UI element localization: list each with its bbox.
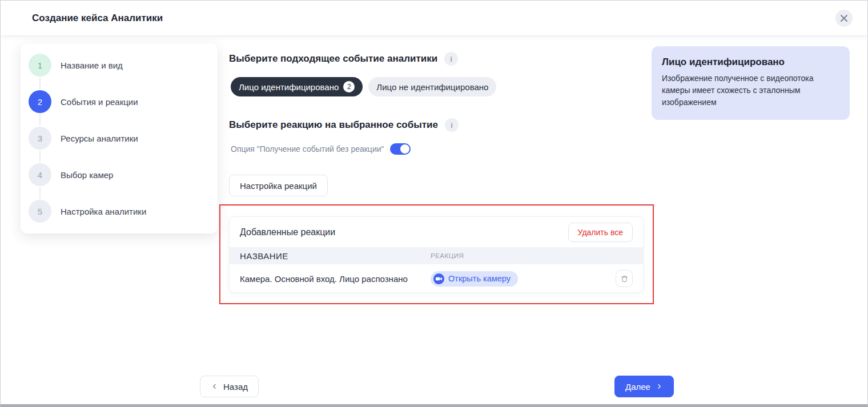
- close-icon: [840, 14, 848, 22]
- chip-face-not-identified[interactable]: Лицо не идентифицировано: [368, 77, 496, 96]
- info-icon[interactable]: i: [444, 52, 458, 66]
- open-camera-reaction-chip[interactable]: Открыть камеру: [431, 271, 518, 287]
- chevron-right-icon: [655, 382, 663, 390]
- step-number: 4: [29, 163, 51, 186]
- step-label: Ресурсы аналитики: [61, 134, 138, 143]
- step-camera-selection[interactable]: 4 Выбор камер: [29, 163, 208, 186]
- close-button[interactable]: [835, 10, 853, 27]
- event-section-title: Выберите подходящее событие аналитики i: [229, 52, 458, 66]
- step-events-and-reactions[interactable]: 2 События и реакции: [29, 90, 208, 113]
- reaction-chip-label: Открыть камеру: [448, 274, 511, 283]
- column-header-name: НАЗВАНИЕ: [240, 251, 431, 261]
- next-button[interactable]: Далее: [614, 376, 674, 397]
- info-icon[interactable]: i: [445, 118, 459, 132]
- step-number: 2: [29, 90, 51, 113]
- step-number: 5: [29, 200, 51, 223]
- step-label: Настройка аналитики: [61, 207, 146, 216]
- back-button[interactable]: Назад: [200, 376, 259, 397]
- reaction-section-title: Выберите реакцию на выбранное событие i: [229, 118, 459, 132]
- event-chips: Лицо идентифицировано 2 Лицо не идентифи…: [231, 77, 496, 96]
- toggle-label: Опция "Получение событий без реакции": [231, 144, 384, 154]
- event-description-text: Изображение полученное с видеопотока кам…: [662, 72, 838, 108]
- wizard-stepper: 1 Название и вид 2 События и реакции 3 Р…: [21, 43, 218, 233]
- step-name-and-type[interactable]: 1 Название и вид: [29, 54, 208, 76]
- column-header-reaction: РЕАКЦИЯ: [431, 252, 633, 259]
- chip-label: Лицо идентифицировано: [239, 82, 339, 92]
- camera-icon: [433, 273, 444, 284]
- next-button-label: Далее: [625, 382, 650, 392]
- trash-icon: [620, 275, 629, 283]
- reaction-section-title-text: Выберите реакцию на выбранное событие: [229, 119, 438, 131]
- table-row: Камера. Основной вход. Лицо распознано О…: [230, 264, 643, 293]
- chip-label: Лицо не идентифицировано: [376, 82, 488, 92]
- step-number: 1: [29, 54, 51, 76]
- reaction-row-name: Камера. Основной вход. Лицо распознано: [240, 274, 431, 284]
- added-reactions-title: Добавленные реакции: [240, 227, 335, 237]
- step-number: 3: [29, 127, 51, 150]
- step-analytics-resources[interactable]: 3 Ресурсы аналитики: [29, 127, 208, 150]
- no-reaction-toggle[interactable]: [390, 143, 411, 155]
- toggle-knob: [400, 144, 409, 154]
- reaction-cell: Открыть камеру: [431, 271, 616, 287]
- create-analytics-case-modal: Создание кейса Аналитики 1 Название и ви…: [0, 0, 868, 407]
- delete-all-button[interactable]: Удалить все: [568, 223, 633, 242]
- step-label: Название и вид: [61, 61, 123, 70]
- event-section-title-text: Выберите подходящее событие аналитики: [229, 53, 437, 65]
- no-reaction-option-row: Опция "Получение событий без реакции": [231, 143, 411, 155]
- back-button-label: Назад: [223, 382, 248, 392]
- step-analytics-settings[interactable]: 5 Настройка аналитики: [29, 200, 208, 223]
- event-description-title: Лицо идентифицировано: [662, 57, 838, 68]
- event-description-panel: Лицо идентифицировано Изображение получе…: [652, 46, 850, 120]
- modal-header: Создание кейса Аналитики: [1, 1, 867, 36]
- delete-reaction-button[interactable]: [616, 270, 633, 287]
- chip-face-identified[interactable]: Лицо идентифицировано 2: [231, 77, 363, 96]
- step-label: События и реакции: [61, 97, 138, 107]
- added-reactions-panel: Добавленные реакции Удалить все НАЗВАНИЕ…: [229, 216, 644, 293]
- chevron-left-icon: [211, 382, 219, 390]
- page-title: Создание кейса Аналитики: [32, 13, 163, 24]
- chip-count-badge: 2: [343, 81, 355, 92]
- added-reactions-header: Добавленные реакции Удалить все: [230, 217, 643, 247]
- step-label: Выбор камер: [61, 170, 113, 180]
- reactions-table-header: НАЗВАНИЕ РЕАКЦИЯ: [230, 247, 643, 264]
- configure-reactions-button[interactable]: Настройка реакций: [229, 175, 328, 196]
